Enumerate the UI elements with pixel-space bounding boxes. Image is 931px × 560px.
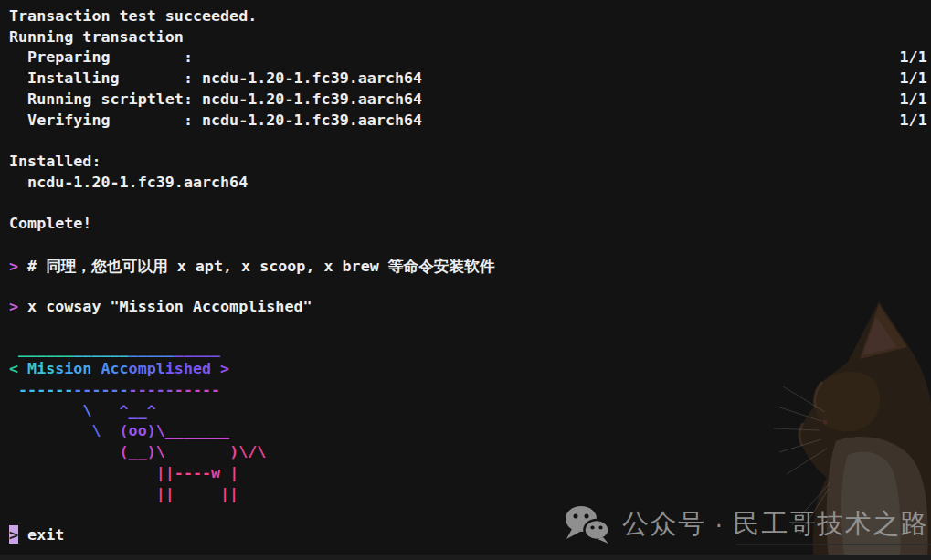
terminal-line: (__)\ )\/\: [9, 442, 931, 463]
terminal-line: ______________________: [9, 339, 931, 360]
terminal-screen: Transaction test succeeded.Running trans…: [0, 0, 931, 560]
terminal-line: Running scriptlet: ncdu-1.20-1.fc39.aarc…: [9, 90, 931, 111]
terminal-line: [9, 193, 931, 214]
terminal-line: [9, 318, 931, 339]
watermark: 公众号 · 民工哥技术之路: [564, 503, 928, 545]
wechat-icon: [564, 504, 610, 544]
terminal-line: > x cowsay "Mission Accomplished": [9, 297, 931, 318]
terminal-line: ncdu-1.20-1.fc39.aarch64: [9, 173, 931, 194]
terminal-line: [9, 131, 931, 152]
terminal-line: Verifying : ncdu-1.20-1.fc39.aarch64 1/1: [9, 111, 931, 132]
terminal-line: Running transaction: [9, 27, 931, 48]
terminal-line: \ ^__^: [9, 401, 931, 422]
terminal-line: \ (oo)\_______: [9, 421, 931, 442]
terminal-line: [9, 235, 931, 256]
terminal-line: Installed:: [9, 152, 931, 173]
terminal-cursor: >: [9, 525, 18, 544]
terminal-line: || ||: [9, 484, 931, 505]
terminal-line: [9, 276, 931, 297]
terminal-line: < Mission Accomplished >: [9, 359, 931, 380]
terminal-output[interactable]: Transaction test succeeded.Running trans…: [9, 6, 931, 546]
terminal-line: Complete!: [9, 214, 931, 235]
bottom-bar: [0, 555, 931, 560]
terminal-line: > # 同理，您也可以用 x apt, x scoop, x brew 等命令安…: [9, 256, 931, 277]
terminal-line: ||----w |: [9, 463, 931, 484]
terminal-line: Installing : ncdu-1.20-1.fc39.aarch64 1/…: [9, 69, 931, 90]
terminal-line: ----------------------: [9, 380, 931, 401]
watermark-text: 公众号 · 民工哥技术之路: [622, 506, 928, 543]
terminal-line: Transaction test succeeded.: [9, 6, 931, 27]
terminal-line: Preparing : 1/1: [9, 48, 931, 69]
